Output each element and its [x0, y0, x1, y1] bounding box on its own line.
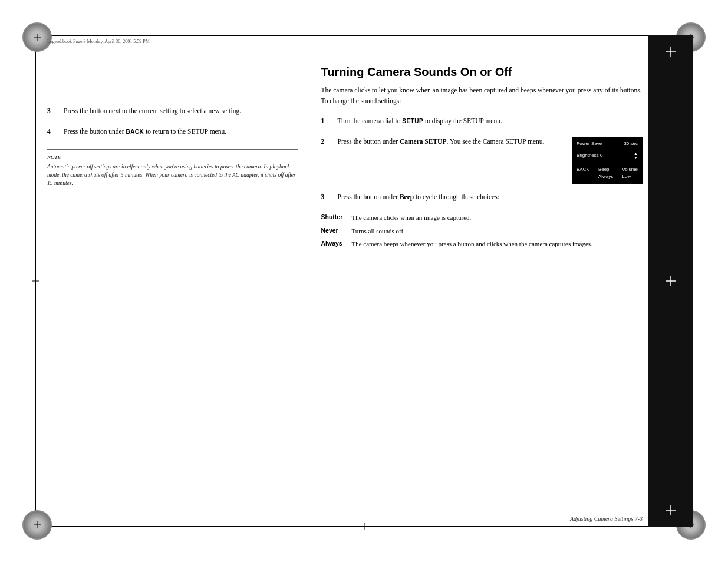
step-3-number: 3	[47, 106, 59, 116]
crosshair-mid-left	[32, 277, 39, 285]
step-1-text-after: to display the SETUP menu.	[423, 117, 502, 124]
step-1-right-text: Turn the camera dial to SETUP to display…	[338, 116, 643, 126]
def-always-term: Always	[321, 239, 352, 249]
step-4-text-before: Press the button under	[64, 128, 126, 135]
step-2-text-before: Press the button under	[338, 138, 400, 145]
crosshair-right-bottom	[666, 505, 676, 515]
step-3-text-before: Press the button under	[338, 193, 400, 200]
def-never-term: Never	[321, 226, 352, 236]
step-2-text: Press the button under Camera SETUP. You…	[338, 137, 563, 184]
step-1-right-number: 1	[321, 116, 333, 126]
section-title: Turning Camera Sounds On or Off	[321, 65, 643, 79]
footer-text: Adjusting Camera Settings 7-3	[570, 515, 643, 522]
step-1-text-before: Turn the camera dial to	[338, 117, 403, 124]
step-2-text-after: . You see the Camera SETUP menu.	[446, 138, 544, 145]
beep-label: BeepAlways	[598, 166, 613, 180]
power-save-value: 30 sec	[624, 140, 638, 147]
step-2-content: Press the button under Camera SETUP. You…	[338, 137, 643, 184]
content-area: 3 Press the button next to the current s…	[47, 47, 643, 515]
step-4-text-after: to return to the SETUP menu.	[144, 128, 226, 135]
arrow-down: ▼	[634, 156, 638, 160]
camera-display-power-row: Power Save 30 sec	[577, 140, 638, 147]
def-always: Always The camera beeps whenever you pre…	[321, 239, 643, 249]
definition-list: Shutter The camera clicks when an image …	[321, 213, 643, 249]
brightness-label: Brightness 0	[577, 152, 602, 159]
page: Legend.book Page 3 Monday, April 30, 200…	[0, 0, 728, 562]
def-never: Never Turns all sounds off.	[321, 226, 643, 236]
left-column: 3 Press the button next to the current s…	[47, 47, 315, 515]
step-1-setup: SETUP	[402, 118, 423, 124]
right-column: Turning Camera Sounds On or Off The came…	[315, 47, 643, 515]
note-section: NOTE Automatic power off settings are in…	[47, 149, 298, 188]
step-3-text: Press the button next to the current set…	[64, 106, 298, 116]
volume-label: VolumeLow	[622, 166, 638, 180]
def-shutter-desc: The camera clicks when an image is captu…	[352, 213, 643, 223]
step-4-number: 4	[47, 127, 59, 137]
arrows: ▲ ▼	[634, 151, 638, 160]
step-2-camera-setup: Camera SETUP	[400, 138, 447, 145]
step-3-right: 3 Press the button under Beep to cycle t…	[321, 192, 643, 202]
note-label: NOTE	[47, 154, 298, 160]
step-1-right: 1 Turn the camera dial to SETUP to displ…	[321, 116, 643, 126]
header-text: Legend.book Page 3 Monday, April 30, 200…	[47, 39, 150, 44]
step-2-right-number: 2	[321, 137, 333, 184]
power-save-label: Power Save	[577, 140, 602, 147]
camera-display: Power Save 30 sec Brightness 0 ▲ ▼ BACK	[572, 137, 643, 184]
step-3-text-after: to cycle through these choices:	[414, 193, 499, 200]
step-4-back: BACK	[126, 128, 144, 135]
section-intro: The camera clicks to let you know when a…	[321, 85, 643, 107]
step-4-left: 4 Press the button under BACK to return …	[47, 127, 298, 137]
crosshair-right-mid	[666, 276, 676, 286]
step-3-left: 3 Press the button next to the current s…	[47, 106, 298, 116]
step-3-beep: Beep	[400, 193, 414, 200]
step-3-right-number: 3	[321, 192, 333, 202]
def-shutter-term: Shutter	[321, 213, 352, 223]
camera-display-bottom: BACK BeepAlways VolumeLow	[577, 164, 638, 180]
step-3-right-text: Press the button under Beep to cycle thr…	[338, 192, 643, 202]
crosshair-right-top	[666, 47, 676, 57]
step-4-text: Press the button under BACK to return to…	[64, 127, 298, 137]
step-2-right: 2 Press the button under Camera SETUP. Y…	[321, 137, 643, 184]
arrow-up: ▲	[634, 151, 638, 156]
crosshair-bl	[34, 521, 41, 528]
def-never-desc: Turns all sounds off.	[352, 226, 643, 236]
right-panel	[648, 35, 693, 527]
camera-display-brightness-row: Brightness 0 ▲ ▼	[577, 151, 638, 160]
def-shutter: Shutter The camera clicks when an image …	[321, 213, 643, 223]
note-text: Automatic power off settings are in effe…	[47, 163, 298, 188]
def-always-desc: The camera beeps whenever you press a bu…	[352, 239, 643, 249]
back-label: BACK	[577, 166, 589, 180]
